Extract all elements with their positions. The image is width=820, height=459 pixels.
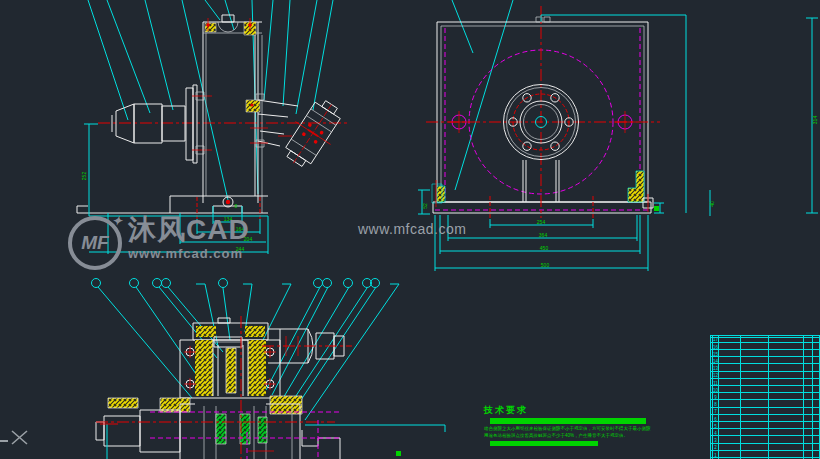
bom-row-number: 2: [714, 445, 717, 450]
note-line: 啮合侧隙之大小用铅丝来检验保证侧隙不小于规定值，方可安装时不得大于最小侧隙: [484, 425, 664, 433]
dim-label: 450: [540, 245, 549, 251]
logo-initials: MF: [81, 232, 108, 254]
base-bar: [433, 202, 651, 213]
bom-row-number: 6: [714, 417, 717, 422]
bom-row-number: 13: [713, 366, 719, 371]
dim-label: 254: [537, 219, 546, 225]
housing-inner: [441, 26, 644, 202]
x-marker-icon[interactable]: [0, 431, 27, 444]
bom-row-number: 4: [714, 431, 717, 436]
winch-drum[interactable]: [96, 398, 300, 459]
bom-row-number: 17: [713, 337, 719, 342]
leader-lines-front-view: [452, 0, 513, 190]
watermark-site-center: www.mfcad.com: [358, 221, 466, 237]
dim-height: 252: [81, 172, 87, 181]
bom-row-number: 3: [714, 438, 717, 443]
bom-row-number: 9: [714, 395, 717, 400]
bom-row-number: 10: [713, 388, 719, 393]
marker-label: 8: [235, 203, 238, 209]
note-line: 减速器剖分面涂以密封胶或水玻璃不允许使用任何垫片: [490, 441, 598, 447]
dim-label: 40: [709, 201, 715, 207]
notes-title: 技术要求: [484, 404, 664, 417]
watermark-logo-block: MF ✦ 沐风CAD www.mfcad.com: [68, 216, 250, 270]
bom-row-number: 7: [714, 409, 717, 414]
bom-row-number: 5: [714, 424, 717, 429]
mfcad-logo-icon: MF ✦: [68, 216, 122, 270]
front-view-dimensions: 254 364 450 500 52 40 314: [418, 15, 818, 271]
housing-outline: [437, 22, 648, 202]
bom-table[interactable]: 1716151413121110987654321: [710, 335, 820, 459]
bom-row-number: 8: [714, 402, 717, 407]
bom-row-number: 16: [713, 345, 719, 350]
input-shaft[interactable]: [112, 85, 212, 163]
watermark-site: www.mfcad.com: [128, 247, 250, 260]
technical-notes: 技术要求 装配前所有零件用煤油清洗滚动轴承用汽油清洗机体内不得有任何杂物存在，1…: [484, 404, 664, 447]
front-view[interactable]: 254 364 450 500 52 40 314: [418, 0, 818, 271]
bom-row-number: 14: [713, 359, 719, 364]
dim-label: 314: [812, 116, 818, 125]
cad-canvas[interactable]: 8: [0, 0, 820, 459]
dim-label: 364: [539, 232, 548, 238]
note-line: 装配前所有零件用煤油清洗滚动轴承用汽油清洗机体内不得有任何杂物存在，1: [490, 418, 646, 424]
bom-row-number: 15: [713, 352, 719, 357]
dim-label: 52: [422, 203, 428, 209]
section-view[interactable]: [92, 279, 446, 459]
bom-row-number: 1: [714, 453, 717, 458]
sparkle-icon: ✦: [112, 214, 122, 228]
note-line: 用涂色法检验斑点按齿高接触斑点不少于40%，产生噪音不大于规定值。: [484, 432, 664, 440]
bom-row-number: 12: [713, 373, 719, 378]
bom-row-number: 11: [713, 381, 718, 386]
gear-housing[interactable]: [160, 318, 302, 414]
dim-label: 500: [541, 262, 550, 268]
corner-brackets: [432, 171, 659, 212]
section-view-dimensions: [100, 424, 445, 459]
bom-row-numbers: 1716151413121110987654321: [713, 337, 719, 457]
watermark-brand: 沐风CAD: [128, 216, 250, 244]
